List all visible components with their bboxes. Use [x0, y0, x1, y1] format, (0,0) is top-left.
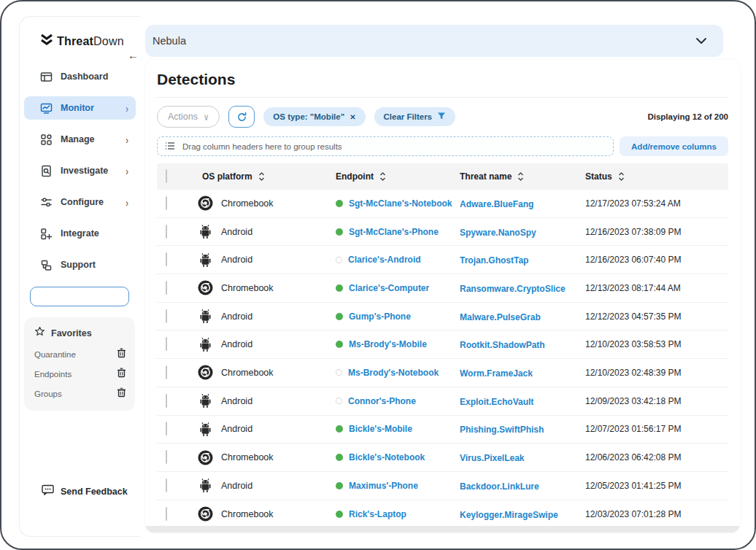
sidebar: ThreatDown ← Dashboard Monitor › Manage … — [19, 16, 140, 537]
detection-timestamp: 12/09/2023 03:42:18 PM — [585, 396, 728, 406]
add-remove-columns-button[interactable]: Add/remove columns — [620, 136, 728, 156]
row-checkbox[interactable] — [166, 281, 167, 295]
endpoint-link[interactable]: Bickle's-Notebook — [349, 452, 425, 462]
trash-icon[interactable] — [117, 348, 126, 361]
send-feedback-button[interactable]: Send Feedback — [42, 484, 128, 498]
threat-name-link[interactable]: Backdoor.LinkLure — [460, 481, 539, 492]
row-checkbox[interactable] — [166, 507, 167, 521]
favorite-item-groups[interactable]: Groups — [34, 384, 126, 403]
threat-name-link[interactable]: Exploit.EchoVault — [460, 397, 533, 407]
detection-timestamp: 12/12/2023 04:57:35 PM — [585, 311, 728, 322]
sidebar-collapse-icon[interactable]: ← — [128, 49, 139, 61]
table-row[interactable]: Chromebook Sgt-McClane's-Notebook Adware… — [157, 190, 728, 218]
endpoint-link[interactable]: Connor's-Phone — [348, 396, 416, 406]
endpoint-link[interactable]: Gump's-Phone — [349, 311, 411, 322]
endpoint-link[interactable]: Sgt-McClane's-Phone — [349, 227, 439, 237]
actions-button[interactable]: Actions ∨ — [157, 106, 220, 128]
android-icon — [198, 393, 213, 408]
os-platform-label: Android — [221, 339, 252, 349]
table-row[interactable]: Android Gump's-Phone Malware.PulseGrab 1… — [157, 303, 728, 331]
row-checkbox[interactable] — [166, 337, 167, 351]
endpoint-link[interactable]: Maximus'-Phone — [349, 481, 418, 491]
detection-timestamp: 12/16/2023 06:07:40 PM — [585, 255, 728, 265]
sidebar-item-dashboard[interactable]: Dashboard — [24, 65, 136, 88]
endpoint-link[interactable]: Sgt-McClane's-Notebook — [349, 198, 452, 209]
sidebar-item-label: Support — [61, 260, 128, 270]
detection-timestamp: 12/05/2023 01:41:25 PM — [585, 481, 728, 491]
row-checkbox[interactable] — [166, 196, 167, 210]
table-row[interactable]: Chromebook Ms-Brody's-Notebook Worm.Fram… — [157, 359, 728, 387]
android-icon — [198, 224, 213, 239]
remove-filter-icon[interactable]: ✕ — [350, 113, 355, 121]
endpoint-status-dot — [336, 454, 343, 461]
result-count: Displaying 12 of 200 — [647, 112, 728, 121]
row-checkbox[interactable] — [166, 394, 167, 408]
table-row[interactable]: Android Clarice's-Android Trojan.GhostTa… — [157, 246, 728, 274]
sidebar-item-monitor[interactable]: Monitor › — [24, 96, 136, 120]
threat-name-link[interactable]: Keylogger.MirageSwipe — [460, 510, 558, 520]
table-row[interactable]: Chromebook Clarice's-Computer Ransomware… — [157, 274, 728, 303]
threat-name-link[interactable]: Adware.BlueFang — [460, 199, 533, 209]
threat-name-link[interactable]: Phishing.SwiftPhish — [460, 425, 544, 435]
sidebar-item-investigate[interactable]: Investigate › — [24, 159, 136, 182]
monitor-icon — [40, 102, 53, 115]
threat-name-link[interactable]: Spyware.NanoSpy — [460, 228, 536, 238]
threat-name-link[interactable]: Worm.FrameJack — [460, 368, 533, 379]
sidebar-item-manage[interactable]: Manage › — [24, 128, 136, 151]
threat-name-link[interactable]: Malware.PulseGrab — [460, 312, 541, 322]
os-platform-label: Android — [221, 481, 252, 491]
column-header-os-platform[interactable]: OS platform — [186, 171, 336, 182]
detection-timestamp: 12/17/2023 07:53:24 AM — [585, 198, 728, 209]
sidebar-item-configure[interactable]: Configure › — [24, 190, 136, 214]
row-checkbox[interactable] — [166, 479, 167, 492]
row-checkbox[interactable] — [166, 225, 167, 239]
table-row[interactable]: Chromebook Bickle's-Notebook Virus.Pixel… — [157, 444, 728, 472]
group-by-dropzone[interactable]: Drag column headers here to group result… — [157, 136, 614, 156]
table-row[interactable]: Android Connor's-Phone Exploit.EchoVault… — [157, 387, 728, 416]
sidebar-search-input[interactable] — [30, 287, 129, 306]
table-row[interactable]: Android Bickle's-Mobile Phishing.SwiftPh… — [157, 416, 728, 444]
os-platform-label: Android — [221, 424, 252, 434]
horizontal-scrollbar-track[interactable] — [145, 526, 740, 532]
threat-name-link[interactable]: Ransomware.CryptoSlice — [460, 284, 566, 294]
endpoint-link[interactable]: Ms-Brody's-Mobile — [349, 339, 427, 349]
sidebar-item-integrate[interactable]: Integrate — [24, 222, 136, 245]
table-row[interactable]: Android Maximus'-Phone Backdoor.LinkLure… — [157, 472, 728, 500]
column-header-endpoint[interactable]: Endpoint — [336, 171, 460, 182]
table-row[interactable]: Android Ms-Brody's-Mobile Rootkit.Shadow… — [157, 330, 728, 359]
endpoint-link[interactable]: Clarice's-Android — [348, 255, 421, 265]
os-platform-label: Chromebook — [221, 452, 274, 462]
integrate-icon — [40, 228, 53, 240]
endpoint-link[interactable]: Clarice's-Computer — [349, 283, 429, 293]
threat-name-link[interactable]: Virus.PixelLeak — [460, 453, 525, 463]
sidebar-item-label: Monitor — [61, 103, 126, 113]
row-checkbox[interactable] — [166, 252, 167, 266]
column-header-status[interactable]: Status — [585, 171, 728, 182]
favorite-item-endpoints[interactable]: Endpoints — [34, 364, 126, 384]
table-row[interactable]: Chromebook Rick's-Laptop Keylogger.Mirag… — [157, 500, 728, 529]
table-row[interactable]: Android Sgt-McClane's-Phone Spyware.Nano… — [157, 218, 728, 247]
sidebar-item-label: Integrate — [61, 228, 128, 239]
row-checkbox[interactable] — [166, 450, 167, 464]
row-checkbox[interactable] — [166, 422, 167, 435]
threat-name-link[interactable]: Rootkit.ShadowPath — [460, 340, 545, 350]
refresh-button[interactable] — [228, 106, 255, 128]
trash-icon[interactable] — [117, 387, 126, 400]
sidebar-item-support[interactable]: Support — [24, 253, 136, 276]
detection-timestamp: 12/10/2023 03:58:53 PM — [585, 339, 728, 349]
select-all-checkbox[interactable] — [166, 169, 167, 183]
row-checkbox[interactable] — [166, 365, 167, 379]
favorite-item-quarantine[interactable]: Quarantine — [34, 344, 126, 364]
row-checkbox[interactable] — [166, 309, 167, 323]
clear-filters-button[interactable]: Clear Filters — [374, 107, 455, 126]
filter-chip-os-type[interactable]: OS type: "Mobile" ✕ — [263, 107, 365, 126]
detection-timestamp: 12/06/2023 06:42:08 PM — [585, 452, 728, 462]
endpoint-link[interactable]: Rick's-Laptop — [349, 509, 406, 519]
endpoint-link[interactable]: Ms-Brody's-Notebook — [348, 368, 439, 378]
threat-name-link[interactable]: Trojan.GhostTap — [460, 255, 528, 266]
column-header-threat-name[interactable]: Threat name — [460, 171, 585, 182]
trash-icon[interactable] — [117, 368, 126, 381]
topbar-chevron-down-icon[interactable] — [695, 34, 707, 47]
page-title: Detections — [145, 60, 740, 97]
endpoint-link[interactable]: Bickle's-Mobile — [349, 424, 412, 434]
